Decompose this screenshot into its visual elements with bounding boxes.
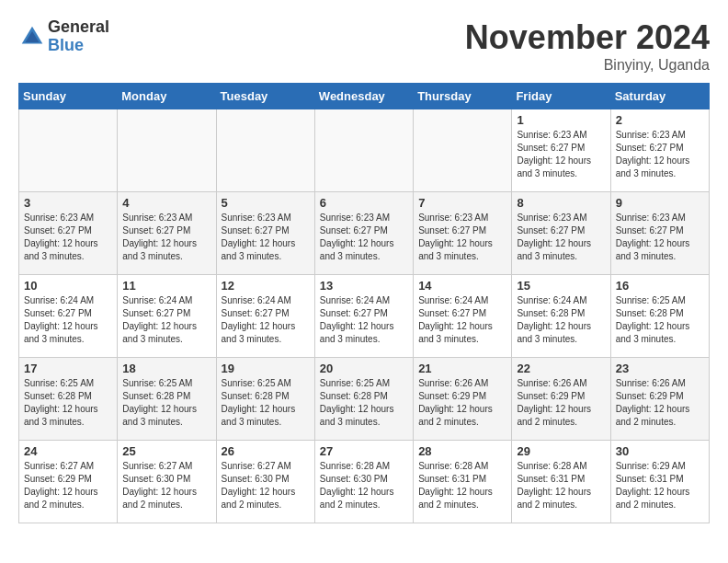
day-number: 10: [24, 279, 112, 293]
day-info: Sunrise: 6:23 AM Sunset: 6:27 PM Dayligh…: [24, 212, 112, 263]
day-number: 20: [320, 362, 408, 375]
day-number: 13: [320, 279, 408, 293]
calendar-cell: 15Sunrise: 6:24 AM Sunset: 6:28 PM Dayli…: [512, 275, 610, 358]
day-number: 16: [616, 279, 704, 293]
calendar-cell: 24Sunrise: 6:27 AM Sunset: 6:29 PM Dayli…: [19, 441, 118, 523]
day-info: Sunrise: 6:25 AM Sunset: 6:28 PM Dayligh…: [320, 377, 408, 429]
calendar-week-5: 24Sunrise: 6:27 AM Sunset: 6:29 PM Dayli…: [19, 441, 710, 523]
calendar-table: SundayMondayTuesdayWednesdayThursdayFrid…: [18, 83, 710, 523]
day-info: Sunrise: 6:23 AM Sunset: 6:27 PM Dayligh…: [122, 212, 210, 263]
day-info: Sunrise: 6:29 AM Sunset: 6:31 PM Dayligh…: [616, 460, 704, 511]
day-info: Sunrise: 6:24 AM Sunset: 6:27 PM Dayligh…: [320, 294, 408, 346]
day-number: 12: [222, 279, 310, 293]
calendar-cell: 1Sunrise: 6:23 AM Sunset: 6:27 PM Daylig…: [512, 109, 610, 192]
day-info: Sunrise: 6:23 AM Sunset: 6:27 PM Dayligh…: [616, 129, 704, 180]
calendar-cell: [414, 109, 512, 192]
day-info: Sunrise: 6:23 AM Sunset: 6:27 PM Dayligh…: [517, 212, 605, 263]
day-number: 4: [122, 196, 210, 210]
calendar-header-row: SundayMondayTuesdayWednesdayThursdayFrid…: [19, 84, 710, 109]
day-number: 26: [222, 444, 310, 458]
calendar-cell: 5Sunrise: 6:23 AM Sunset: 6:27 PM Daylig…: [216, 192, 314, 275]
day-number: 30: [616, 444, 704, 458]
calendar-cell: 22Sunrise: 6:26 AM Sunset: 6:29 PM Dayli…: [512, 358, 610, 441]
logo-icon: [18, 23, 46, 51]
calendar-cell: 21Sunrise: 6:26 AM Sunset: 6:29 PM Dayli…: [414, 358, 512, 441]
day-number: 8: [517, 196, 605, 210]
day-number: 7: [418, 196, 506, 210]
day-info: Sunrise: 6:24 AM Sunset: 6:27 PM Dayligh…: [122, 294, 210, 346]
logo-text: General Blue: [48, 18, 109, 55]
calendar-cell: 16Sunrise: 6:25 AM Sunset: 6:28 PM Dayli…: [610, 275, 709, 358]
calendar-week-2: 3Sunrise: 6:23 AM Sunset: 6:27 PM Daylig…: [19, 192, 710, 275]
calendar-cell: 10Sunrise: 6:24 AM Sunset: 6:27 PM Dayli…: [19, 275, 118, 358]
calendar-cell: 7Sunrise: 6:23 AM Sunset: 6:27 PM Daylig…: [414, 192, 512, 275]
calendar-cell: 26Sunrise: 6:27 AM Sunset: 6:30 PM Dayli…: [216, 441, 314, 523]
calendar-cell: 9Sunrise: 6:23 AM Sunset: 6:27 PM Daylig…: [610, 192, 709, 275]
calendar-cell: 18Sunrise: 6:25 AM Sunset: 6:28 PM Dayli…: [118, 358, 216, 441]
calendar-cell: 3Sunrise: 6:23 AM Sunset: 6:27 PM Daylig…: [19, 192, 118, 275]
calendar-cell: [216, 109, 314, 192]
day-info: Sunrise: 6:24 AM Sunset: 6:27 PM Dayligh…: [222, 294, 310, 346]
calendar-header-friday: Friday: [512, 84, 610, 109]
day-info: Sunrise: 6:28 AM Sunset: 6:31 PM Dayligh…: [517, 460, 605, 511]
day-info: Sunrise: 6:25 AM Sunset: 6:28 PM Dayligh…: [222, 377, 310, 429]
title-area: November 2024 Binyiny, Uganda: [465, 18, 710, 74]
day-info: Sunrise: 6:27 AM Sunset: 6:29 PM Dayligh…: [24, 460, 112, 511]
day-number: 17: [24, 362, 112, 375]
day-number: 24: [24, 444, 112, 458]
day-info: Sunrise: 6:23 AM Sunset: 6:27 PM Dayligh…: [418, 212, 506, 263]
calendar-cell: 2Sunrise: 6:23 AM Sunset: 6:27 PM Daylig…: [610, 109, 709, 192]
day-info: Sunrise: 6:24 AM Sunset: 6:28 PM Dayligh…: [517, 294, 605, 346]
calendar-cell: 20Sunrise: 6:25 AM Sunset: 6:28 PM Dayli…: [314, 358, 413, 441]
calendar-header-sunday: Sunday: [19, 84, 118, 109]
calendar-cell: 30Sunrise: 6:29 AM Sunset: 6:31 PM Dayli…: [610, 441, 709, 523]
day-info: Sunrise: 6:26 AM Sunset: 6:29 PM Dayligh…: [418, 377, 506, 429]
day-number: 18: [122, 362, 210, 375]
calendar-header-monday: Monday: [118, 84, 216, 109]
day-info: Sunrise: 6:26 AM Sunset: 6:29 PM Dayligh…: [616, 377, 704, 429]
day-number: 1: [517, 113, 605, 127]
calendar-cell: 13Sunrise: 6:24 AM Sunset: 6:27 PM Dayli…: [314, 275, 413, 358]
calendar-cell: 4Sunrise: 6:23 AM Sunset: 6:27 PM Daylig…: [118, 192, 216, 275]
calendar-cell: [314, 109, 413, 192]
calendar-cell: 28Sunrise: 6:28 AM Sunset: 6:31 PM Dayli…: [414, 441, 512, 523]
calendar-week-4: 17Sunrise: 6:25 AM Sunset: 6:28 PM Dayli…: [19, 358, 710, 441]
calendar-week-3: 10Sunrise: 6:24 AM Sunset: 6:27 PM Dayli…: [19, 275, 710, 358]
calendar-header-saturday: Saturday: [610, 84, 709, 109]
month-title: November 2024: [465, 18, 710, 57]
calendar-cell: 12Sunrise: 6:24 AM Sunset: 6:27 PM Dayli…: [216, 275, 314, 358]
calendar-week-1: 1Sunrise: 6:23 AM Sunset: 6:27 PM Daylig…: [19, 109, 710, 192]
calendar-header-thursday: Thursday: [414, 84, 512, 109]
day-info: Sunrise: 6:26 AM Sunset: 6:29 PM Dayligh…: [517, 377, 605, 429]
day-info: Sunrise: 6:25 AM Sunset: 6:28 PM Dayligh…: [24, 377, 112, 429]
calendar-header-wednesday: Wednesday: [314, 84, 413, 109]
day-number: 21: [418, 362, 506, 375]
calendar-cell: 25Sunrise: 6:27 AM Sunset: 6:30 PM Dayli…: [118, 441, 216, 523]
calendar-cell: [118, 109, 216, 192]
day-number: 19: [222, 362, 310, 375]
calendar-cell: 19Sunrise: 6:25 AM Sunset: 6:28 PM Dayli…: [216, 358, 314, 441]
day-number: 29: [517, 444, 605, 458]
calendar-cell: 11Sunrise: 6:24 AM Sunset: 6:27 PM Dayli…: [118, 275, 216, 358]
day-info: Sunrise: 6:28 AM Sunset: 6:31 PM Dayligh…: [418, 460, 506, 511]
day-number: 27: [320, 444, 408, 458]
day-info: Sunrise: 6:28 AM Sunset: 6:30 PM Dayligh…: [320, 460, 408, 511]
day-info: Sunrise: 6:27 AM Sunset: 6:30 PM Dayligh…: [222, 460, 310, 511]
calendar-cell: 8Sunrise: 6:23 AM Sunset: 6:27 PM Daylig…: [512, 192, 610, 275]
day-info: Sunrise: 6:24 AM Sunset: 6:27 PM Dayligh…: [24, 294, 112, 346]
day-info: Sunrise: 6:25 AM Sunset: 6:28 PM Dayligh…: [122, 377, 210, 429]
calendar-cell: 23Sunrise: 6:26 AM Sunset: 6:29 PM Dayli…: [610, 358, 709, 441]
day-number: 25: [122, 444, 210, 458]
day-info: Sunrise: 6:23 AM Sunset: 6:27 PM Dayligh…: [222, 212, 310, 263]
day-number: 15: [517, 279, 605, 293]
day-info: Sunrise: 6:24 AM Sunset: 6:27 PM Dayligh…: [418, 294, 506, 346]
day-number: 14: [418, 279, 506, 293]
calendar-cell: 6Sunrise: 6:23 AM Sunset: 6:27 PM Daylig…: [314, 192, 413, 275]
logo: General Blue: [18, 18, 109, 55]
calendar-cell: 17Sunrise: 6:25 AM Sunset: 6:28 PM Dayli…: [19, 358, 118, 441]
day-number: 5: [222, 196, 310, 210]
day-info: Sunrise: 6:23 AM Sunset: 6:27 PM Dayligh…: [616, 212, 704, 263]
location-subtitle: Binyiny, Uganda: [465, 57, 710, 74]
day-number: 28: [418, 444, 506, 458]
calendar-cell: [19, 109, 118, 192]
